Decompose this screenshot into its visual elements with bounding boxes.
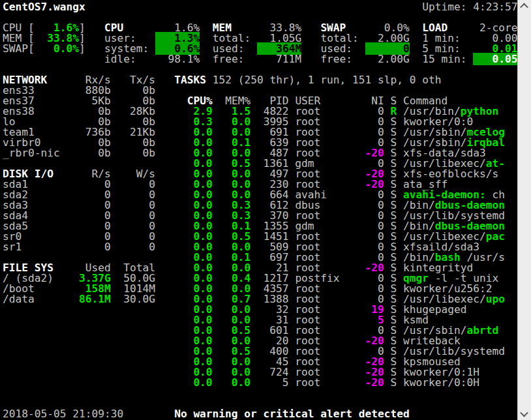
cpu-row-label: idle: — [104, 53, 155, 65]
task-command: pac — [486, 230, 505, 243]
tasks-title: TASKS — [174, 74, 206, 86]
chevron-down-icon — [520, 409, 528, 417]
task-mem-percent: 0.0 — [213, 376, 250, 389]
task-cpu-percent: 0.0 — [174, 376, 212, 389]
uptime: Uptime: 4:23:57 — [422, 2, 517, 13]
mem-row-value: 711M — [257, 53, 301, 65]
spacer — [3, 376, 174, 389]
mem-row-label: free: — [213, 53, 257, 65]
terminal-window[interactable]: CentOS7.wangx Uptime: 4:23:57CPU [ 1.6%]… — [0, 0, 531, 420]
scroll-up-button[interactable] — [518, 1, 530, 12]
spacer — [200, 53, 213, 65]
task-pid: 5 — [250, 376, 288, 389]
task-command: upo — [486, 293, 505, 305]
spacer — [155, 74, 174, 86]
status-bar: 2018-05-05 21:09:30 No warning or critic… — [3, 409, 518, 419]
spacer — [289, 376, 296, 389]
spacer — [384, 376, 391, 389]
spacer — [85, 2, 423, 13]
tasks-summary: 152 (250 thr), 1 run, 151 slp, 0 oth — [213, 74, 442, 86]
task-state: S — [391, 376, 397, 389]
title-bar: CentOS7.wangx Uptime: 4:23:57 — [3, 2, 518, 12]
spacer — [123, 408, 174, 419]
status-time: 2018-05-05 21:09:30 — [3, 408, 123, 419]
status-message: No warning or critical alert detected — [174, 408, 410, 419]
spacer — [410, 53, 423, 65]
task-command: kworker/0:0H — [403, 376, 479, 389]
terminal-screen: CentOS7.wangx Uptime: 4:23:57CPU [ 1.6%]… — [3, 2, 518, 419]
chevron-up-icon — [520, 3, 528, 12]
cpu-row-value: 98.1% — [155, 53, 200, 65]
task-user: root — [295, 376, 346, 389]
task-nice: -20 — [346, 376, 384, 389]
hostname: CentOS7.wangx — [3, 2, 85, 13]
swap-row-value: 2.00G — [365, 53, 410, 65]
swap-row-label: free: — [320, 53, 365, 65]
task-command: abrtd — [467, 324, 499, 337]
panels-row: idle: 98.1% free: 711M free: 2.00G 15 mi… — [3, 54, 518, 65]
load-row-label: 15 min: — [422, 53, 473, 65]
screen-line: 0.0 0.0 5 root -20 S kworker/0:0H — [3, 378, 518, 388]
load-row-value: 0.05 — [473, 53, 517, 65]
scrollbar-track[interactable] — [517, 0, 531, 420]
spacer — [397, 376, 403, 389]
spacer — [206, 74, 213, 86]
scroll-down-button[interactable] — [518, 408, 530, 419]
spacer — [3, 53, 104, 65]
blank-line — [3, 388, 518, 398]
spacer — [301, 53, 320, 65]
